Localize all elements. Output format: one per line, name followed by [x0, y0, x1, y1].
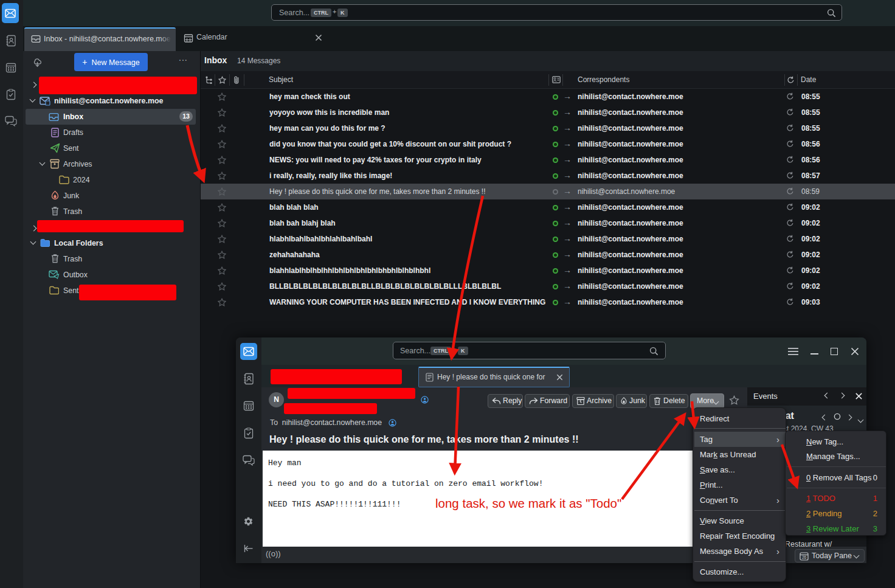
svg-text:26: 26: [802, 555, 807, 559]
